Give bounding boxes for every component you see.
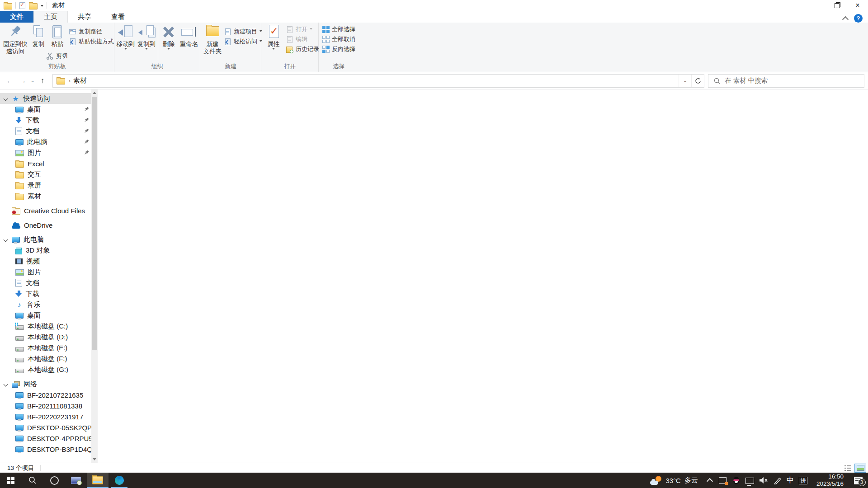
edge-taskbar-button[interactable] — [108, 473, 130, 488]
delete-button[interactable]: 删除 — [159, 24, 179, 51]
up-button[interactable]: ↑ — [36, 75, 49, 87]
copy-button[interactable]: 复制 — [29, 24, 48, 48]
properties-button[interactable]: 属性 — [263, 24, 284, 51]
tree-item-excel[interactable]: Excel — [0, 158, 91, 169]
restore-button[interactable] — [826, 0, 847, 11]
tree-this-pc[interactable]: 此电脑 — [0, 234, 91, 245]
tree-item-luping[interactable]: 录屏 — [0, 180, 91, 191]
ime-layout-button[interactable]: 拼 — [797, 473, 810, 488]
taskbar-search-button[interactable] — [22, 473, 43, 488]
action-center-button[interactable]: 3 — [848, 473, 868, 488]
minimize-button[interactable] — [806, 0, 826, 11]
forward-button[interactable]: → — [16, 75, 29, 87]
start-button[interactable] — [0, 473, 22, 488]
select-none-button[interactable]: 全部取消 — [322, 34, 355, 44]
clock-button[interactable]: 16:50 2023/5/16 — [810, 473, 848, 488]
cut-button[interactable]: 剪切 — [46, 51, 68, 61]
tree-item-desktop-pc[interactable]: 桌面 — [0, 310, 91, 321]
edit-button[interactable]: 编辑 — [286, 34, 319, 44]
tree-item-desktop[interactable]: 桌面 — [0, 104, 91, 115]
tree-item-network-pc[interactable]: BF-202202231917 — [0, 411, 91, 422]
remote-app-button[interactable] — [65, 473, 87, 488]
copy-to-button[interactable]: 复制到 — [136, 24, 157, 51]
tree-item-network-pc[interactable]: DESKTOP-05SK2QP — [0, 422, 91, 433]
history-button[interactable]: 历史记录 — [286, 44, 319, 54]
help-icon[interactable]: ? — [854, 14, 863, 23]
tree-creative-cloud[interactable]: Creative Cloud Files — [0, 205, 91, 216]
tree-item-downloads-pc[interactable]: 下载 — [0, 288, 91, 299]
tree-item-3d-objects[interactable]: 3D 对象 — [0, 245, 91, 256]
pen-tray-button[interactable] — [770, 473, 784, 488]
move-to-button[interactable]: 移动到 — [115, 24, 136, 51]
tree-item-drive-e[interactable]: 本地磁盘 (E:) — [0, 343, 91, 353]
tree-item-videos[interactable]: 视频 — [0, 256, 91, 267]
qat-properties-icon[interactable]: ✓ — [19, 2, 26, 9]
expand-chevron-icon[interactable] — [4, 238, 8, 242]
paste-button[interactable]: 粘贴 — [48, 24, 67, 48]
tree-item-drive-c[interactable]: 本地磁盘 (C:) — [0, 321, 91, 332]
cortana-button[interactable] — [43, 473, 65, 488]
expand-chevron-icon[interactable] — [4, 382, 8, 387]
qat-customize-icon[interactable] — [41, 5, 43, 8]
tree-quick-access[interactable]: ★ 快速访问 — [0, 93, 91, 104]
qq-tray-button[interactable] — [730, 473, 743, 488]
tab-file[interactable]: 文件 — [0, 11, 33, 23]
tree-item-network-pc[interactable]: DESKTOP-4PPRPU5 — [0, 433, 91, 444]
back-button[interactable]: ← — [4, 75, 16, 87]
new-item-button[interactable]: 新建项目 — [224, 27, 262, 37]
paste-shortcut-button[interactable]: 粘贴快捷方式 — [69, 37, 114, 47]
scroll-down-button[interactable] — [91, 456, 98, 463]
tab-home[interactable]: 主页 — [33, 11, 68, 23]
tree-item-music[interactable]: ♪ 音乐 — [0, 299, 91, 310]
select-all-button[interactable]: 全部选择 — [322, 24, 355, 34]
collapse-ribbon-icon[interactable] — [842, 16, 849, 23]
tree-network[interactable]: 网络 — [0, 379, 91, 389]
ime-mode-button[interactable]: 中 — [784, 473, 797, 488]
invert-selection-button[interactable]: 反向选择 — [322, 44, 355, 54]
refresh-button[interactable] — [691, 75, 704, 87]
network-tray-button[interactable] — [743, 473, 757, 488]
address-dropdown-button[interactable]: ⌄ — [679, 75, 691, 87]
tree-item-drive-f[interactable]: 本地磁盘 (F:) — [0, 353, 91, 364]
tree-item-pictures[interactable]: 图片 — [0, 147, 91, 158]
tree-item-documents-pc[interactable]: 文档 — [0, 277, 91, 288]
tree-item-network-pc[interactable]: BF-202107221635 — [0, 389, 91, 400]
weather-widget[interactable]: 33°C 多云 — [645, 476, 703, 485]
snip-tray-button[interactable] — [716, 473, 730, 488]
recent-locations-icon[interactable]: ⌄ — [29, 75, 36, 87]
tab-view[interactable]: 查看 — [101, 11, 135, 23]
tree-item-this-pc-pinned[interactable]: 此电脑 — [0, 136, 91, 147]
tree-item-sucai[interactable]: 素材 — [0, 191, 91, 202]
scrollbar-thumb[interactable] — [92, 97, 97, 350]
copy-path-button[interactable]: 复制路径 — [69, 27, 114, 37]
search-box[interactable]: 在 素材 中搜索 — [708, 74, 864, 88]
tree-item-downloads[interactable]: 下载 — [0, 115, 91, 126]
tab-share[interactable]: 共享 — [68, 11, 101, 23]
pin-to-quick-access-button[interactable]: 固定到快速访问 — [2, 24, 29, 55]
volume-tray-button[interactable] — [757, 473, 770, 488]
expand-chevron-icon[interactable] — [4, 97, 8, 101]
details-view-button[interactable] — [842, 464, 854, 473]
tree-item-drive-d[interactable]: 本地磁盘 (D:) — [0, 332, 91, 343]
tree-onedrive[interactable]: OneDrive — [0, 220, 91, 230]
new-folder-button[interactable]: 新建 文件夹 — [202, 24, 223, 55]
qat-new-folder-icon[interactable] — [29, 3, 38, 9]
thumbnail-view-button[interactable] — [854, 464, 866, 473]
close-button[interactable]: × — [847, 0, 868, 11]
show-hidden-icons-button[interactable] — [703, 473, 716, 488]
tree-item-drive-g[interactable]: 本地磁盘 (G:) — [0, 364, 91, 375]
rename-button[interactable]: 重命名 — [178, 24, 200, 48]
scroll-up-button[interactable] — [91, 89, 98, 96]
file-list-area[interactable] — [98, 89, 868, 463]
tree-item-network-pc[interactable]: BF-202111081338 — [0, 400, 91, 411]
tree-item-network-pc[interactable]: DESKTOP-B3P1D4Q — [0, 444, 91, 455]
breadcrumb[interactable]: 素材 — [73, 76, 87, 85]
open-button[interactable]: 打开 — [286, 24, 319, 34]
easy-access-button[interactable]: 轻松访问 — [224, 37, 262, 47]
tree-item-documents[interactable]: 文档 — [0, 126, 91, 136]
address-bar[interactable]: › 素材 ⌄ — [52, 74, 704, 88]
tree-item-jiaohu[interactable]: 交互 — [0, 169, 91, 180]
sidebar-scrollbar[interactable] — [91, 89, 98, 463]
tree-item-pictures-pc[interactable]: 图片 — [0, 267, 91, 277]
file-explorer-taskbar-button[interactable] — [87, 473, 108, 488]
